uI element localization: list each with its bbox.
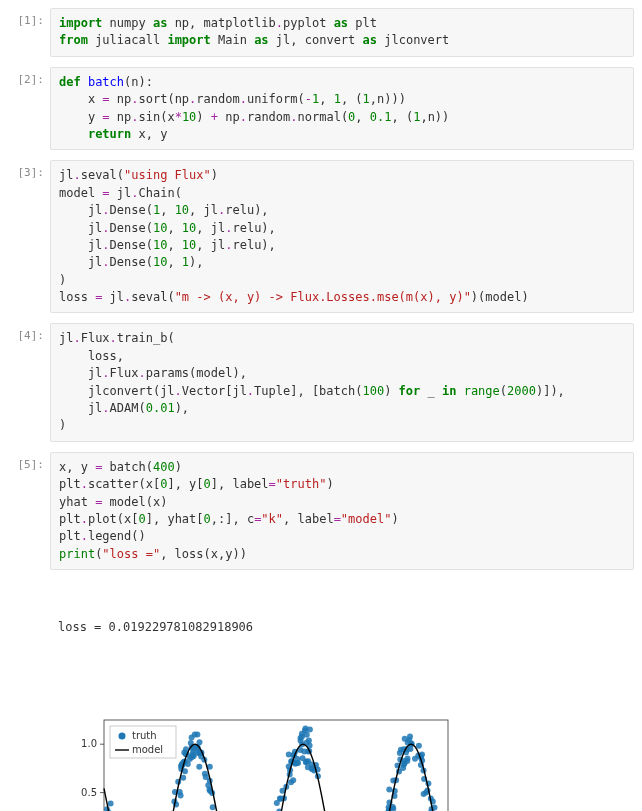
svg-point-139 — [196, 764, 202, 770]
cell-prompt: [3]: — [0, 160, 50, 313]
svg-point-262 — [306, 737, 312, 743]
svg-text:model: model — [132, 744, 163, 755]
cell-prompt: [5]: — [0, 452, 50, 570]
svg-point-237 — [290, 777, 296, 783]
svg-point-430 — [119, 732, 126, 739]
code-cell-4: [4]: jl.Flux.train_b( loss, jl.Flux.para… — [0, 323, 634, 441]
code-input[interactable]: jl.Flux.train_b( loss, jl.Flux.params(mo… — [50, 323, 634, 441]
output-prompt — [0, 580, 50, 811]
code-cell-1: [1]: import numpy as np, matplotlib.pypl… — [0, 8, 634, 57]
cell-prompt: [1]: — [0, 8, 50, 57]
svg-point-390 — [416, 743, 422, 749]
code-cell-2: [2]: def batch(n): x = np.sort(np.random… — [0, 67, 634, 151]
svg-point-31 — [108, 800, 114, 806]
code-input[interactable]: def batch(n): x = np.sort(np.random.unif… — [50, 67, 634, 151]
matplotlib-figure: -1.00-0.75-0.50-0.250.000.250.500.751.00… — [58, 675, 626, 811]
svg-text:truth: truth — [132, 730, 157, 741]
loss-text: loss = 0.019229781082918906 — [58, 619, 626, 636]
code-input[interactable]: jl.seval("using Flux") model = jl.Chain(… — [50, 160, 634, 313]
svg-point-384 — [407, 733, 413, 739]
svg-point-381 — [405, 755, 411, 761]
svg-point-135 — [194, 731, 200, 737]
cell-prompt: [4]: — [0, 323, 50, 441]
code-cell-3: [3]: jl.seval("using Flux") model = jl.C… — [0, 160, 634, 313]
chart-svg: -1.00-0.75-0.50-0.250.000.250.500.751.00… — [58, 710, 458, 811]
svg-point-107 — [178, 792, 184, 798]
code-input[interactable]: import numpy as np, matplotlib.pyplot as… — [50, 8, 634, 57]
svg-text:0.5: 0.5 — [81, 786, 97, 797]
code-cell-5: [5]: x, y = batch(400) plt.scatter(x[0],… — [0, 452, 634, 570]
svg-point-140 — [197, 739, 203, 745]
svg-point-358 — [386, 786, 392, 792]
svg-point-244 — [295, 760, 301, 766]
svg-text:1.0: 1.0 — [81, 738, 97, 749]
svg-point-257 — [304, 732, 310, 738]
code-input[interactable]: x, y = batch(400) plt.scatter(x[0], y[0]… — [50, 452, 634, 570]
jupyter-notebook: [1]: import numpy as np, matplotlib.pypl… — [0, 0, 642, 811]
cell-prompt: [2]: — [0, 67, 50, 151]
stdout-output: loss = 0.019229781082918906 -1.00-0.75-0… — [50, 580, 634, 811]
cell-output: loss = 0.019229781082918906 -1.00-0.75-0… — [0, 580, 634, 811]
svg-point-265 — [307, 726, 313, 732]
legend: truthmodel — [110, 726, 176, 758]
